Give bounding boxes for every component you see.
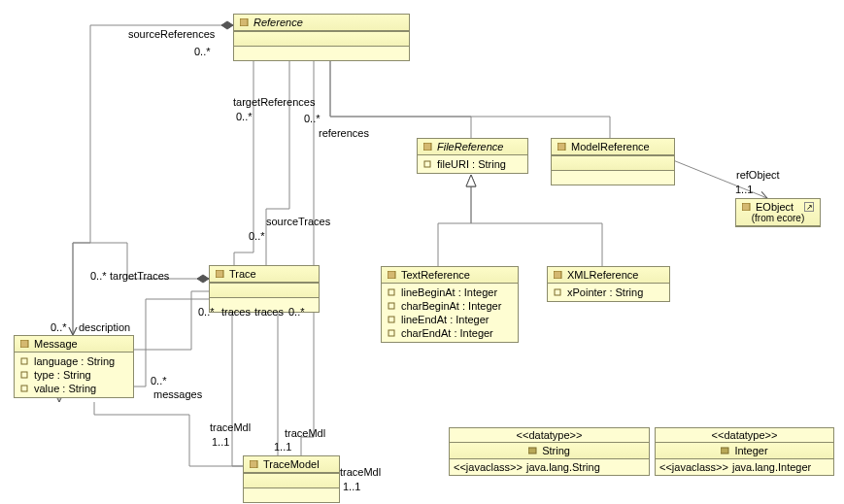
datatype-icon — [721, 447, 730, 454]
attr: fileURI : String — [437, 158, 506, 170]
attr-icon — [20, 357, 30, 365]
class-xmlreference: XMLReference xPointer : String — [547, 266, 670, 302]
mult: 0..* — [288, 306, 305, 318]
label: traces — [221, 306, 251, 318]
class-title: FileReference — [437, 141, 503, 152]
attr: value : String — [34, 383, 96, 394]
attr: lineBeginAt : Integer — [401, 286, 497, 298]
attr-icon — [20, 385, 30, 392]
svg-rect-8 — [388, 303, 394, 309]
java-stereo: <<javaclass>> — [454, 461, 523, 473]
class-title: XMLReference — [567, 269, 638, 281]
class-reference: Reference — [233, 14, 410, 61]
mult: 0..* — [236, 111, 253, 122]
label: traceMdl — [285, 427, 325, 439]
class-title: Message — [34, 338, 78, 350]
class-title: Integer — [734, 445, 767, 456]
attr-icon — [388, 316, 397, 323]
datatype-icon — [528, 447, 538, 454]
attr: xPointer : String — [567, 286, 643, 298]
attr-icon — [423, 160, 433, 168]
datatype-integer: <<datatype>> Integer <<javaclass>>java.l… — [655, 427, 834, 476]
label: sourceTraces — [266, 216, 330, 227]
svg-rect-2 — [424, 161, 430, 167]
class-title: TraceModel — [263, 458, 320, 470]
svg-rect-13 — [20, 340, 28, 348]
svg-rect-11 — [554, 271, 561, 279]
class-filereference: FileReference fileURI : String — [417, 138, 528, 174]
svg-rect-10 — [388, 330, 394, 336]
attr-icon — [20, 371, 30, 379]
svg-rect-15 — [21, 372, 27, 378]
mult: 1..1 — [274, 441, 291, 453]
svg-rect-14 — [21, 358, 27, 364]
class-title: String — [542, 445, 570, 456]
class-icon — [240, 18, 250, 26]
class-textreference: TextReference lineBeginAt : Integer char… — [381, 266, 519, 343]
attr-icon — [388, 288, 397, 296]
svg-rect-3 — [557, 143, 565, 151]
mult: 1..1 — [212, 436, 229, 448]
svg-rect-12 — [555, 289, 560, 295]
java-stereo: <<javaclass>> — [659, 461, 728, 473]
svg-rect-4 — [742, 203, 750, 211]
datatype-string: <<datatype>> String <<javaclass>>java.la… — [449, 427, 650, 476]
label: references — [319, 127, 369, 139]
label: targetReferences — [233, 96, 315, 108]
svg-rect-0 — [240, 18, 248, 26]
attr: charBeginAt : Integer — [401, 300, 501, 312]
class-icon — [742, 203, 752, 211]
attr-icon — [388, 329, 397, 337]
label: messages — [153, 388, 202, 400]
class-icon — [250, 460, 259, 468]
mult: 0..* — [198, 306, 215, 318]
class-icon — [423, 143, 433, 151]
mult: 0..* — [51, 321, 67, 333]
class-modelreference: ModelReference — [551, 138, 675, 185]
mult: 1..1 — [735, 184, 753, 195]
svg-rect-5 — [216, 270, 223, 278]
attr: language : String — [34, 355, 115, 367]
class-title: Reference — [253, 17, 303, 28]
attr-icon — [388, 302, 397, 310]
svg-rect-18 — [528, 448, 536, 454]
class-title: Trace — [229, 268, 256, 280]
svg-rect-17 — [250, 460, 257, 468]
attr-icon — [554, 288, 563, 296]
label: traces — [254, 306, 284, 318]
class-title: EObject — [756, 201, 793, 213]
svg-rect-16 — [21, 386, 27, 391]
svg-rect-7 — [388, 289, 394, 295]
label: sourceReferences — [128, 28, 215, 40]
class-tracemodel: TraceModel — [243, 455, 340, 503]
svg-rect-19 — [721, 448, 728, 454]
class-title: TextReference — [401, 269, 470, 281]
shortcut-icon: ↗ — [804, 202, 814, 212]
mult: 0..* — [304, 113, 321, 124]
attr: type : String — [34, 369, 91, 381]
class-icon — [557, 143, 567, 151]
attr: lineEndAt : Integer — [401, 314, 490, 325]
mult: 0..* — [151, 375, 167, 386]
mult: 1..1 — [343, 481, 360, 492]
class-eobject: EObject↗(from ecore) — [735, 198, 821, 227]
mult: 0..* — [194, 46, 211, 57]
class-icon — [20, 340, 30, 348]
label: traceMdl — [210, 421, 251, 433]
label: targetTraces — [110, 270, 169, 282]
mult: 0..* — [90, 270, 107, 282]
svg-rect-9 — [388, 317, 394, 322]
label: description — [79, 321, 130, 333]
mult: 0..* — [249, 230, 265, 242]
class-title: ModelReference — [571, 141, 650, 152]
label: traceMdl — [340, 466, 381, 478]
java-name: java.lang.String — [526, 461, 600, 473]
stereotype: <<datatype>> — [656, 428, 833, 442]
from-label: (from ecore) — [752, 213, 804, 223]
stereotype: <<datatype>> — [450, 428, 649, 442]
class-message: Message language : String type : String … — [14, 335, 134, 398]
svg-rect-1 — [423, 143, 431, 151]
class-icon — [388, 271, 397, 279]
svg-rect-6 — [388, 271, 395, 279]
attr: charEndAt : Integer — [401, 327, 493, 339]
